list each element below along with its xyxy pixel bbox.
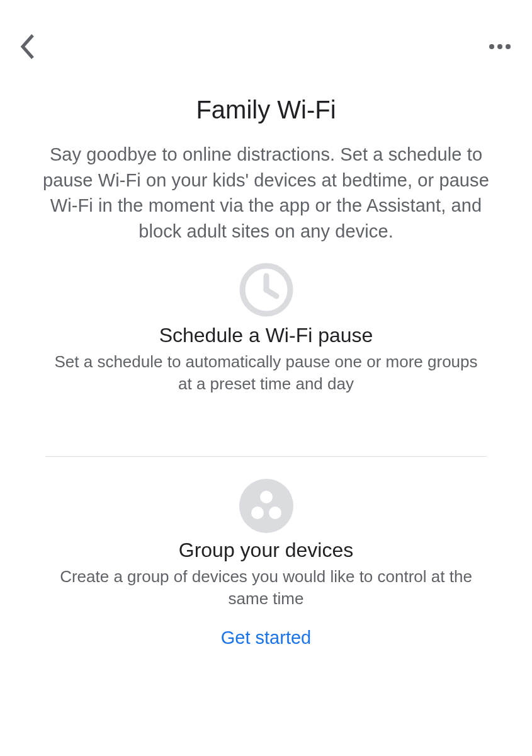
schedule-feature: Schedule a Wi-Fi pause Set a schedule to… xyxy=(0,261,532,395)
back-button[interactable] xyxy=(19,33,35,60)
group-icon-wrap xyxy=(44,478,488,534)
schedule-subtitle: Set a schedule to automatically pause on… xyxy=(44,351,488,395)
svg-line-2 xyxy=(266,290,276,296)
group-feature: Group your devices Create a group of dev… xyxy=(0,478,532,648)
dot-icon xyxy=(497,44,502,49)
svg-point-3 xyxy=(239,479,293,533)
svg-point-5 xyxy=(251,507,264,519)
dot-icon xyxy=(489,44,494,49)
group-icon xyxy=(239,478,294,534)
header-bar xyxy=(0,0,532,63)
dot-icon xyxy=(506,44,511,49)
page-title: Family Wi-Fi xyxy=(0,96,532,124)
svg-point-6 xyxy=(269,507,281,519)
group-title: Group your devices xyxy=(44,539,488,562)
group-subtitle: Create a group of devices you would like… xyxy=(44,566,488,610)
clock-icon-wrap xyxy=(44,261,488,319)
chevron-left-icon xyxy=(19,33,35,60)
page-description: Say goodbye to online distractions. Set … xyxy=(31,142,501,244)
svg-point-4 xyxy=(260,491,273,503)
get-started-button[interactable]: Get started xyxy=(221,627,311,648)
schedule-title: Schedule a Wi-Fi pause xyxy=(44,324,488,347)
more-button[interactable] xyxy=(489,44,511,49)
clock-icon xyxy=(237,261,295,319)
divider xyxy=(45,456,487,457)
